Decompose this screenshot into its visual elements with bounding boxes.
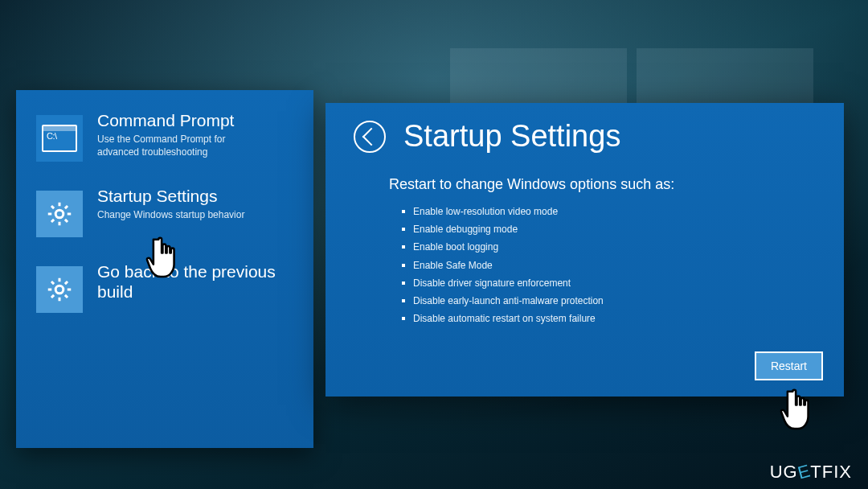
option-startup-settings[interactable]: Startup Settings Change Windows startup … [36, 186, 301, 237]
page-subtitle: Restart to change Windows options such a… [389, 176, 816, 193]
gear-icon [36, 191, 83, 237]
restart-button[interactable]: Restart [756, 353, 821, 379]
page-title: Startup Settings [403, 119, 620, 154]
back-button[interactable] [354, 121, 386, 153]
startup-options-list: Enable low-resolution video mode Enable … [402, 203, 816, 327]
advanced-options-panel: Command Prompt Use the Command Prompt fo… [16, 90, 313, 448]
svg-point-0 [55, 210, 63, 218]
list-item: Disable automatic restart on system fail… [402, 310, 816, 327]
option-desc: Change Windows startup behavior [97, 208, 244, 221]
option-title: Go back to the previous build [97, 261, 301, 302]
list-item: Disable driver signature enforcement [402, 274, 816, 292]
gear-icon [36, 266, 83, 313]
option-title: Startup Settings [97, 186, 244, 206]
option-go-back-previous-build[interactable]: Go back to the previous build [36, 261, 301, 313]
option-title: Command Prompt [97, 110, 258, 130]
arrow-left-icon [362, 127, 381, 146]
list-item: Disable early-launch anti-malware protec… [402, 292, 816, 310]
svg-point-1 [55, 286, 63, 294]
option-command-prompt[interactable]: Command Prompt Use the Command Prompt fo… [36, 110, 301, 162]
list-item: Enable low-resolution video mode [402, 203, 816, 220]
command-prompt-icon [36, 115, 83, 162]
list-item: Enable Safe Mode [402, 257, 816, 274]
list-item: Enable boot logging [402, 238, 816, 256]
list-item: Enable debugging mode [402, 220, 816, 238]
watermark: UGETFIX [770, 462, 852, 483]
startup-settings-panel: Startup Settings Restart to change Windo… [326, 103, 844, 397]
option-desc: Use the Command Prompt for advanced trou… [97, 133, 258, 158]
